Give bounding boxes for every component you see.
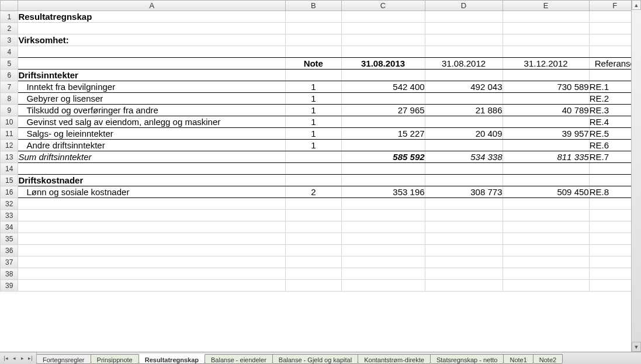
header-blank[interactable] <box>18 58 286 70</box>
cell[interactable] <box>425 245 503 256</box>
cell[interactable] <box>286 34 341 46</box>
row-label[interactable]: Tilskudd og overføringer fra andre <box>18 105 286 116</box>
cell[interactable] <box>503 280 589 292</box>
cell[interactable] <box>18 23 286 34</box>
cell[interactable] <box>286 233 341 245</box>
row-label[interactable]: Gevinst ved salg av eiendom, anlegg og m… <box>18 116 286 128</box>
row-val3[interactable] <box>503 93 589 105</box>
row-label[interactable]: Salgs- og leieinntekter <box>18 128 286 140</box>
row-val2[interactable] <box>425 140 503 151</box>
row-val3[interactable]: 509 450 <box>503 186 589 198</box>
scroll-down-icon[interactable]: ▼ <box>632 342 641 352</box>
row-label[interactable]: Gebyrer og lisenser <box>18 93 286 105</box>
header-date2[interactable]: 31.08.2012 <box>425 58 503 70</box>
cell[interactable] <box>18 233 286 245</box>
row-val3[interactable]: 39 957 <box>503 128 589 140</box>
cell[interactable] <box>18 221 286 233</box>
row-val1[interactable]: 542 400 <box>341 81 425 93</box>
cell[interactable] <box>341 198 425 210</box>
section-driftsinntekter[interactable]: Driftsinntekter <box>18 70 286 81</box>
cell[interactable] <box>286 46 341 58</box>
row-label[interactable]: Inntekt fra bevilgninger <box>18 81 286 93</box>
cell[interactable] <box>286 198 341 210</box>
tab-nav-first-icon[interactable]: |◂ <box>2 355 9 362</box>
cell[interactable] <box>341 210 425 221</box>
header-note[interactable]: Note <box>286 58 341 70</box>
row-val3[interactable]: 40 789 <box>503 105 589 116</box>
cell[interactable] <box>18 256 286 268</box>
row-val1[interactable] <box>341 93 425 105</box>
row-val1[interactable]: 15 227 <box>341 128 425 140</box>
row-header-35[interactable]: 35 <box>1 233 18 245</box>
select-all-corner[interactable] <box>1 1 18 11</box>
cell[interactable] <box>18 210 286 221</box>
sheet-tab-note1[interactable]: Note1 <box>503 354 533 364</box>
page-title[interactable]: Resultatregnskap <box>18 11 286 23</box>
cell[interactable] <box>341 221 425 233</box>
column-header-D[interactable]: D <box>425 1 503 11</box>
scroll-up-icon[interactable]: ▲ <box>632 0 641 10</box>
cell[interactable] <box>286 151 341 163</box>
cell[interactable] <box>341 280 425 292</box>
row-note[interactable]: 2 <box>286 186 341 198</box>
worksheet-area[interactable]: ABCDEF1Resultatregnskap23Virksomhet:45No… <box>0 0 641 352</box>
sheet-tab-kontantstr-m-direkte[interactable]: Kontantstrøm-direkte <box>358 354 431 364</box>
cell[interactable] <box>286 268 341 280</box>
sheet-tab-note2[interactable]: Note2 <box>533 354 563 364</box>
row-label[interactable]: Lønn og sosiale kostnader <box>18 186 286 198</box>
row-header-8[interactable]: 8 <box>1 93 18 105</box>
sheet-tab-prinsippnote[interactable]: Prinsippnote <box>91 354 139 364</box>
sum-v3[interactable]: 811 335 <box>503 151 589 163</box>
cell[interactable] <box>503 268 589 280</box>
row-header-39[interactable]: 39 <box>1 280 18 292</box>
cell[interactable] <box>341 233 425 245</box>
row-note[interactable]: 1 <box>286 128 341 140</box>
row-val1[interactable]: 27 965 <box>341 105 425 116</box>
row-header-33[interactable]: 33 <box>1 210 18 221</box>
cell[interactable] <box>286 70 341 81</box>
row-val2[interactable]: 492 043 <box>425 81 503 93</box>
row-header-9[interactable]: 9 <box>1 105 18 116</box>
cell[interactable] <box>286 221 341 233</box>
cell[interactable] <box>341 34 425 46</box>
row-val3[interactable] <box>503 116 589 128</box>
cell[interactable] <box>18 198 286 210</box>
cell[interactable] <box>503 23 589 34</box>
row-note[interactable]: 1 <box>286 140 341 151</box>
row-header-5[interactable]: 5 <box>1 58 18 70</box>
cell[interactable] <box>18 268 286 280</box>
sum-label[interactable]: Sum driftsinntekter <box>18 151 286 163</box>
cell[interactable] <box>286 11 341 23</box>
cell[interactable] <box>341 268 425 280</box>
cell[interactable] <box>425 34 503 46</box>
cell[interactable] <box>425 221 503 233</box>
cell[interactable] <box>286 256 341 268</box>
cell[interactable] <box>18 280 286 292</box>
subtitle[interactable]: Virksomhet: <box>18 34 286 46</box>
row-header-38[interactable]: 38 <box>1 268 18 280</box>
cell[interactable] <box>425 163 503 175</box>
cell[interactable] <box>341 163 425 175</box>
cell[interactable] <box>341 46 425 58</box>
column-header-E[interactable]: E <box>503 1 589 11</box>
row-header-32[interactable]: 32 <box>1 198 18 210</box>
row-header-1[interactable]: 1 <box>1 11 18 23</box>
sum-v1[interactable]: 585 592 <box>341 151 425 163</box>
cell[interactable] <box>425 210 503 221</box>
cell[interactable] <box>341 256 425 268</box>
cell[interactable] <box>425 11 503 23</box>
row-header-16[interactable]: 16 <box>1 186 18 198</box>
row-header-4[interactable]: 4 <box>1 46 18 58</box>
vertical-scrollbar[interactable]: ▲ ▼ <box>631 0 641 352</box>
cell[interactable] <box>286 163 341 175</box>
cell[interactable] <box>425 23 503 34</box>
section-driftskostnader[interactable]: Driftskostnader <box>18 175 286 186</box>
cell[interactable] <box>341 23 425 34</box>
row-val3[interactable] <box>503 140 589 151</box>
sheet-tab-balanse-eiendeler[interactable]: Balanse - eiendeler <box>205 354 273 364</box>
cell[interactable] <box>341 70 425 81</box>
cell[interactable] <box>286 280 341 292</box>
row-note[interactable]: 1 <box>286 105 341 116</box>
row-val2[interactable]: 308 773 <box>425 186 503 198</box>
column-header-B[interactable]: B <box>286 1 341 11</box>
